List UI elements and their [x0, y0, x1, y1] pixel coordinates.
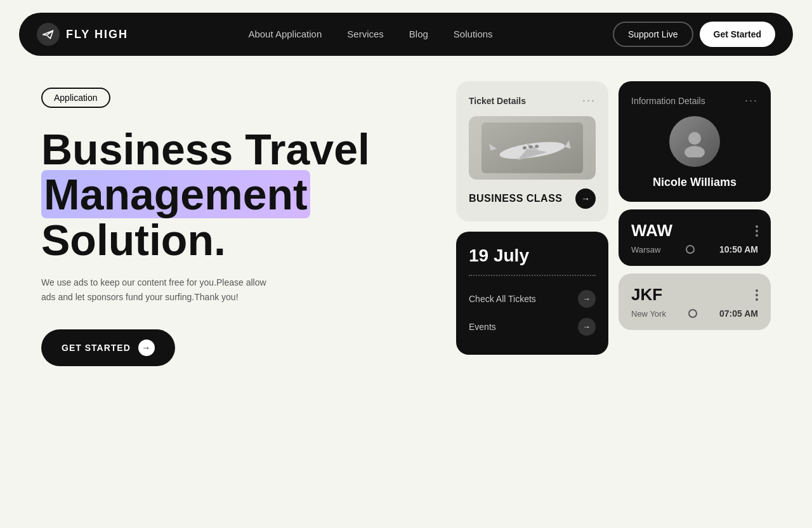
jkf-time: 07:05 AM — [719, 308, 758, 319]
hero-title-line1: Business Travel — [41, 125, 370, 173]
business-class-arrow-button[interactable]: → — [575, 188, 596, 209]
waw-flight-top: WAW — [631, 221, 758, 241]
jkf-code: JKF — [631, 285, 662, 305]
date-card: 19 July Check All Tickets → Events → — [456, 232, 608, 355]
jkf-more-button[interactable] — [756, 289, 758, 301]
waw-flight-card: WAW Warsaw 10:50 AM — [619, 209, 771, 266]
dotted-divider — [469, 275, 596, 276]
get-started-nav-button[interactable]: Get Started — [700, 22, 775, 47]
ticket-card-title: Ticket Details — [469, 96, 526, 106]
events-row: Events → — [469, 313, 596, 341]
plane-image — [469, 116, 596, 180]
nav-blog[interactable]: Blog — [409, 29, 428, 39]
waw-details-row: Warsaw 10:50 AM — [631, 244, 758, 254]
business-class-label: BUSINESS CLASS — [469, 193, 562, 204]
avatar — [669, 116, 720, 167]
avatar-svg — [679, 126, 710, 157]
waw-city: Warsaw — [631, 245, 660, 254]
get-started-arrow-icon: → — [138, 340, 155, 356]
info-card-header: Information Details ··· — [631, 94, 758, 107]
info-card-title: Information Details — [631, 96, 705, 106]
hero-badge[interactable]: Application — [41, 88, 110, 108]
hero-description: We use ads to keep our content free for … — [41, 275, 282, 304]
ticket-details-card: Ticket Details ··· — [456, 81, 608, 221]
hero-title-line2: Management — [41, 170, 310, 218]
waw-dot-icon — [686, 245, 695, 254]
waw-code: WAW — [631, 221, 672, 241]
jkf-flight-card: JKF New York 07:05 AM — [619, 274, 771, 330]
cards-area: Ticket Details ··· — [456, 81, 771, 366]
info-card: Information Details ··· Nicole Williams — [619, 81, 771, 202]
main-content: Application Business Travel Management S… — [0, 69, 812, 379]
events-arrow-button[interactable]: → — [578, 318, 596, 336]
check-tickets-arrow-button[interactable]: → — [578, 290, 596, 308]
svg-point-9 — [688, 132, 701, 145]
nav-services[interactable]: Services — [347, 29, 384, 39]
events-label: Events — [469, 322, 496, 332]
nav-links: About Application Services Blog Solution… — [248, 29, 492, 40]
waw-more-button[interactable] — [756, 225, 758, 237]
jkf-dot-icon — [688, 309, 697, 318]
nav-solutions[interactable]: Solutions — [454, 29, 493, 39]
get-started-label: GET STARTED — [62, 343, 131, 353]
logo[interactable]: FLY HIGH — [37, 23, 128, 46]
get-started-button[interactable]: GET STARTED → — [41, 329, 175, 366]
hero-section: Application Business Travel Management S… — [41, 81, 437, 366]
center-cards: Ticket Details ··· — [456, 81, 608, 355]
info-more-button[interactable]: ··· — [745, 94, 758, 107]
logo-icon — [37, 23, 60, 46]
svg-point-10 — [684, 146, 705, 157]
jkf-flight-top: JKF — [631, 285, 758, 305]
date-title: 19 July — [469, 246, 596, 266]
waw-time: 10:50 AM — [719, 244, 758, 254]
hero-title: Business Travel Management Solution. — [41, 127, 437, 263]
logo-text: FLY HIGH — [66, 28, 128, 41]
plane-svg — [481, 119, 583, 176]
nav-about[interactable]: About Application — [248, 29, 322, 39]
ticket-card-header: Ticket Details ··· — [469, 94, 596, 107]
hero-title-line3: Solution. — [41, 216, 226, 264]
support-live-button[interactable]: Support Live — [613, 22, 693, 47]
check-tickets-row: Check All Tickets → — [469, 285, 596, 313]
nav-actions: Support Live Get Started — [613, 22, 775, 47]
ticket-more-button[interactable]: ··· — [582, 94, 596, 107]
navbar: FLY HIGH About Application Services Blog… — [19, 13, 793, 56]
side-cards: Information Details ··· Nicole Williams … — [619, 81, 771, 330]
jkf-details-row: New York 07:05 AM — [631, 308, 758, 319]
jkf-city: New York — [631, 309, 666, 319]
business-class-row: BUSINESS CLASS → — [469, 188, 596, 209]
check-tickets-label: Check All Tickets — [469, 294, 536, 304]
person-name: Nicole Williams — [631, 176, 758, 189]
